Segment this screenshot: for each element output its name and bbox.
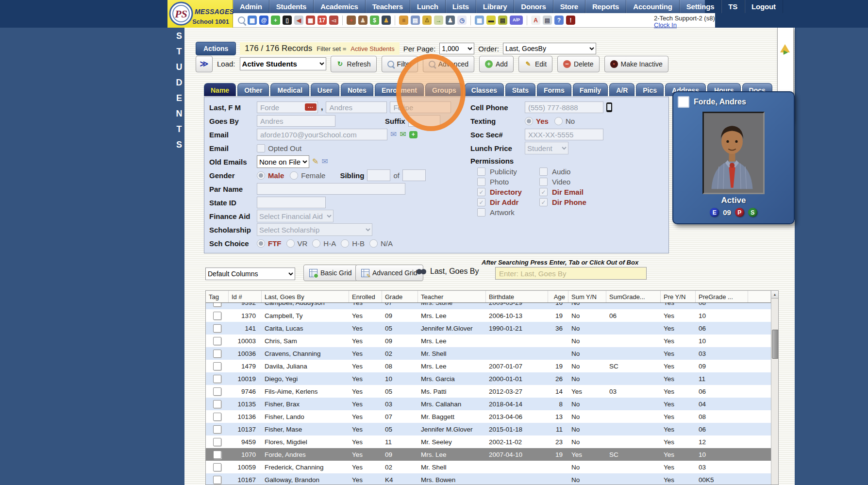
sch-choice-option[interactable]: H-A	[312, 239, 336, 248]
row-tag-checkbox[interactable]	[213, 337, 221, 345]
column-header[interactable]: Teacher	[418, 291, 486, 302]
search-input[interactable]	[495, 267, 647, 280]
chat-icon[interactable]: +	[271, 16, 280, 25]
table-row[interactable]: 10167 Galloway, Brandon Yes K4 Mrs. Bowe…	[206, 473, 771, 485]
sch-choice-option[interactable]: N/A	[369, 239, 393, 248]
radio[interactable]	[369, 239, 378, 248]
advanced-button[interactable]: Advanced	[423, 56, 474, 72]
actions-button[interactable]: Actions	[196, 42, 236, 55]
finance-aid-select[interactable]: Select Financial Aid	[257, 210, 334, 222]
first-name-field[interactable]	[326, 101, 387, 113]
search-icon[interactable]	[238, 17, 245, 24]
radio[interactable]	[312, 239, 320, 248]
soc-sec-field[interactable]	[525, 129, 603, 140]
register-icon[interactable]: ▤	[498, 16, 507, 25]
send-note-icon[interactable]: →	[434, 16, 443, 25]
middle-name-field[interactable]	[390, 101, 451, 113]
load-select[interactable]: Active Students	[240, 57, 326, 70]
gender-female-radio[interactable]	[290, 171, 298, 180]
add-button[interactable]: + Add	[479, 56, 514, 72]
table-scrollbar[interactable]: ▲	[771, 291, 778, 485]
checkbox[interactable]	[477, 208, 485, 217]
bell-icon[interactable]: Δ	[422, 16, 432, 25]
stop-icon[interactable]: !	[566, 16, 575, 25]
suffix-field[interactable]	[408, 115, 440, 127]
table-row[interactable]: 141 Carita, Lucas Yes 05 Jennifer M.Glov…	[206, 322, 771, 334]
tab[interactable]: Forms	[537, 83, 571, 96]
opted-out-checkbox[interactable]	[257, 144, 265, 152]
tab[interactable]: User	[311, 83, 339, 96]
permission-item[interactable]: Dir Addr	[477, 198, 539, 206]
table-row[interactable]: 10136 Fisher, Lando Yes 07 Mr. Baggett 2…	[206, 410, 771, 423]
column-header[interactable]: PreGrade ...	[696, 291, 748, 302]
delete-button[interactable]: − Delete	[557, 56, 599, 72]
student-card-checkbox[interactable]	[678, 96, 689, 108]
lunch-icon[interactable]: ≡	[399, 16, 408, 25]
permission-item[interactable]: Audio	[539, 167, 622, 176]
sibling-num-field[interactable]	[367, 169, 390, 181]
row-tag-checkbox[interactable]	[213, 413, 221, 421]
sch-choice-option[interactable]: H-B	[341, 239, 365, 248]
table-row[interactable]: 10059 Frederick, Channing Yes 02 Mr. She…	[206, 461, 771, 473]
checkbox[interactable]	[539, 188, 548, 196]
checkbox[interactable]	[477, 167, 485, 176]
clock-in-link[interactable]: Clock In	[654, 22, 715, 29]
tab[interactable]: Groups	[425, 83, 463, 96]
nav-item[interactable]: Library	[476, 0, 514, 13]
nav-item[interactable]: Donors	[514, 0, 553, 13]
permission-item[interactable]: Publicity	[477, 167, 539, 176]
separator[interactable]	[342, 16, 343, 25]
column-header[interactable]: Enrolled	[349, 291, 382, 302]
table-row[interactable]: 1479 Davila, Juliana Yes 08 Mrs. Lee 200…	[206, 360, 771, 372]
sibling-total-field[interactable]	[402, 169, 426, 181]
row-tag-checkbox[interactable]	[213, 438, 221, 446]
fridge-icon[interactable]: ▤	[411, 16, 420, 25]
send-email-icon[interactable]: ✉	[400, 131, 406, 138]
row-tag-checkbox[interactable]	[213, 362, 221, 370]
columns-select[interactable]: Default Columns	[205, 268, 295, 280]
tab[interactable]: Classes	[465, 83, 504, 96]
texting-yes-radio[interactable]	[525, 117, 533, 125]
radio[interactable]	[341, 239, 349, 248]
row-tag-checkbox[interactable]	[213, 400, 221, 408]
tab[interactable]: Stats	[505, 83, 535, 96]
open-email-icon[interactable]: ✉	[390, 131, 397, 138]
radio[interactable]	[286, 239, 295, 248]
scholarship-select[interactable]: Select Scholarship	[257, 223, 372, 236]
scroll-up-arrow[interactable]: ▲	[771, 291, 778, 299]
calendar-date-icon[interactable]: 17	[317, 16, 327, 25]
money-icon[interactable]: $	[370, 16, 379, 25]
refresh-button[interactable]: ↻ Refresh	[331, 56, 377, 72]
checkbox[interactable]	[477, 188, 485, 196]
staff-icon[interactable]: ♟	[446, 16, 455, 25]
state-id-field[interactable]	[257, 197, 326, 208]
tab[interactable]: Enrollment	[375, 83, 424, 96]
ledger-icon[interactable]: ▦	[475, 16, 484, 25]
nav-item[interactable]: Accounting	[626, 0, 680, 13]
column-header[interactable]: Birthdate	[486, 291, 548, 302]
cell-phone-field[interactable]	[525, 101, 603, 113]
print-icon[interactable]: ▤	[543, 16, 552, 25]
column-header[interactable]: Tag	[206, 291, 229, 302]
tab[interactable]: Pics	[636, 83, 664, 96]
checkbox[interactable]	[539, 167, 548, 176]
basic-grid-button[interactable]: Basic Grid	[303, 265, 358, 281]
filter-button[interactable]: Filter	[382, 56, 418, 72]
column-header[interactable]: Age	[548, 291, 568, 302]
nurse-icon[interactable]: +	[347, 16, 356, 25]
make-inactive-button[interactable]: ▪ Make Inactive	[604, 56, 668, 72]
column-header[interactable]: SumGrade...	[606, 291, 661, 302]
table-row[interactable]: 9392 Campbell, Auddyson Yes 07 Mrs. Ston…	[206, 303, 771, 309]
permission-item[interactable]: Photo	[477, 178, 539, 186]
clock-icon[interactable]: ◷	[457, 16, 467, 25]
permission-item[interactable]: Video	[539, 178, 622, 186]
card-icon[interactable]: ▬	[486, 16, 496, 25]
column-header[interactable]: Sum Y/N	[568, 291, 606, 302]
order-select[interactable]: Last, GoesBy	[503, 43, 596, 54]
table-row[interactable]: 10036 Cravens, Channing Yes 02 Mr. Shell…	[206, 347, 771, 360]
tab[interactable]: Other	[237, 83, 269, 96]
radio[interactable]	[257, 239, 265, 248]
permission-item[interactable]: Directory	[477, 188, 539, 196]
row-tag-checkbox[interactable]	[213, 375, 221, 383]
permission-item[interactable]: Artwork	[477, 208, 539, 217]
